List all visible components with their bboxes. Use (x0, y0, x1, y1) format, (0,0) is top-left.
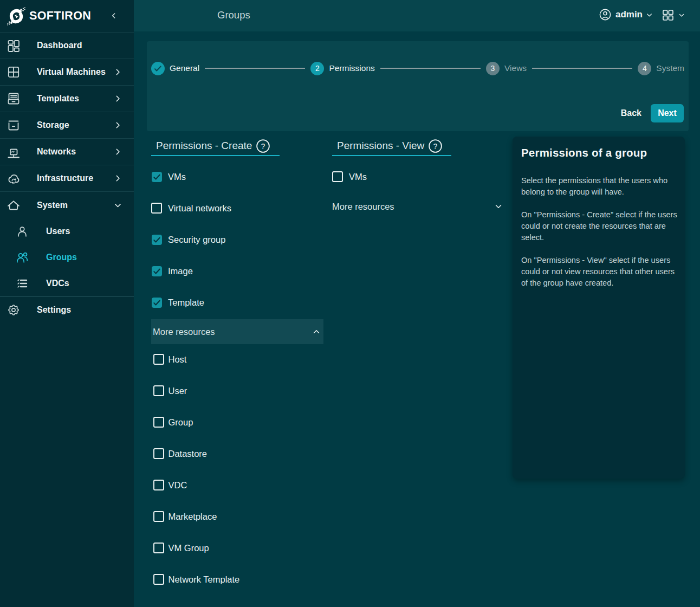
svg-text:?: ? (433, 141, 438, 150)
svg-text:?: ? (261, 141, 265, 150)
